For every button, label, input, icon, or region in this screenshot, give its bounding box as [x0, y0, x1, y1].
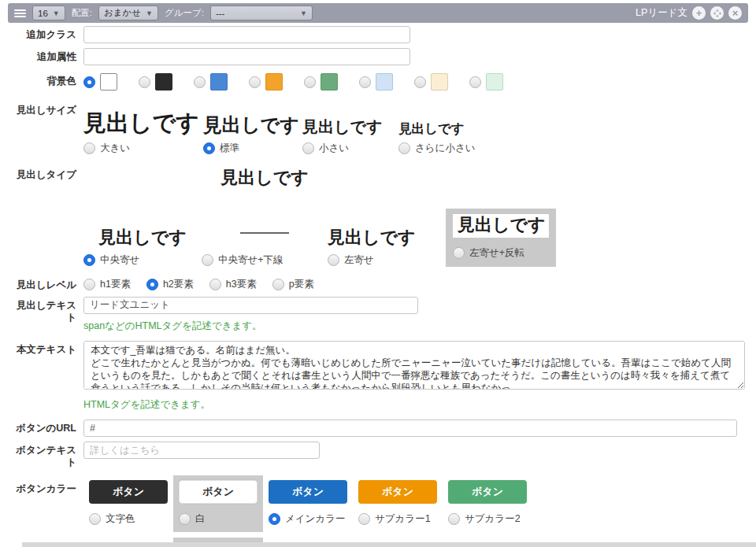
column-size-value: 16	[38, 9, 48, 18]
heading-size-option-smaller[interactable]: さらに小さい	[398, 142, 501, 155]
bg-color-option-black[interactable]	[139, 73, 172, 91]
radio-icon[interactable]	[146, 279, 158, 290]
radio-icon[interactable]	[83, 279, 95, 290]
drag-handle-icon[interactable]	[14, 9, 26, 17]
radio-icon[interactable]	[194, 76, 206, 88]
bg-color-option-green[interactable]	[304, 73, 338, 91]
heading-type-col-underline: 見出しです 中央寄せ+下線	[202, 169, 328, 267]
body-text-textarea[interactable]: 本文です_吾輩は猫である。名前はまだ無い。 どこで生れたかとんと見当がつかぬ。何…	[83, 341, 745, 390]
radio-icon[interactable]	[209, 279, 221, 290]
radio-icon[interactable]	[89, 513, 101, 525]
button-color-option-white[interactable]: 白	[179, 512, 258, 526]
additional-class-label: 追加クラス	[8, 26, 83, 42]
radio-icon[interactable]	[414, 76, 426, 88]
color-swatch-light-blue	[376, 73, 393, 91]
heading-sample: 見出しです	[458, 215, 546, 235]
radio-label: h1要素	[100, 278, 131, 291]
radio-label: サブカラー2	[465, 512, 521, 526]
heading-size-col-small: 見出しです 小さい	[302, 102, 389, 155]
heading-type-option-center[interactable]: 中央寄せ	[83, 253, 202, 267]
additional-attr-label: 追加属性	[8, 48, 83, 64]
add-unit-button[interactable]: +	[692, 6, 706, 20]
button-url-input[interactable]	[83, 419, 737, 437]
bg-color-option-blue[interactable]	[194, 73, 228, 91]
row-heading-text: 見出しテキスト spanなどのHTMLタグを記述できます。	[8, 297, 748, 333]
radio-icon[interactable]	[453, 247, 465, 259]
bg-color-option-light-blue[interactable]	[359, 73, 393, 91]
sample-button-sub2-color: ボタン	[448, 480, 527, 504]
heading-level-option-h3[interactable]: h3要素	[209, 278, 257, 291]
row-heading-size: 見出しサイズ 見出しです 大きい 見出しです 標準	[8, 102, 748, 155]
sample-button-text-color: ボタン	[89, 480, 168, 504]
radio-icon[interactable]	[249, 76, 261, 88]
radio-icon[interactable]	[302, 142, 314, 154]
heading-level-option-h2[interactable]: h2要素	[146, 278, 194, 291]
radio-label: メインカラー	[285, 512, 345, 526]
additional-class-input[interactable]	[83, 26, 410, 43]
heading-size-col-large: 見出しです 大きい	[83, 102, 203, 155]
column-size-select[interactable]: 16 ▼	[32, 6, 65, 20]
button-color-option-sub1[interactable]: サブカラー1	[358, 512, 437, 526]
button-color-col-main: ボタン メインカラー	[263, 475, 353, 532]
body-text-label: 本文テキスト	[8, 341, 83, 357]
heading-type-option-center-underline[interactable]: 中央寄せ+下線	[202, 253, 328, 267]
heading-sample: 見出しです	[98, 229, 187, 246]
radio-label: 大きい	[100, 142, 130, 155]
radio-icon[interactable]	[202, 254, 213, 266]
heading-size-option-large[interactable]: 大きい	[83, 142, 203, 155]
radio-label: 標準	[220, 142, 239, 155]
radio-icon[interactable]	[179, 513, 191, 525]
additional-attr-input[interactable]	[83, 48, 410, 65]
bg-color-option-white[interactable]	[83, 73, 117, 91]
radio-icon[interactable]	[448, 513, 460, 525]
unit-settings-panel: 16 ▼ 配置: おまかせ ▼ グループ: --- ▼ LPリード文 + × 追…	[0, 0, 756, 547]
color-swatch-blue	[210, 73, 228, 91]
radio-label: h2要素	[163, 278, 194, 291]
color-swatch-green	[321, 73, 338, 91]
radio-icon[interactable]	[398, 142, 410, 154]
heading-size-option-normal[interactable]: 標準	[203, 142, 276, 155]
button-color-option-main[interactable]: メインカラー	[269, 512, 347, 526]
radio-icon[interactable]	[203, 142, 215, 154]
radio-icon[interactable]	[469, 76, 481, 88]
radio-label: h3要素	[226, 278, 257, 291]
settings-form: 追加クラス 追加属性 背景色	[8, 26, 748, 547]
heading-type-option-left-invert[interactable]: 左寄せ+反転	[453, 246, 549, 260]
radio-icon[interactable]	[359, 76, 371, 88]
heading-level-label: 見出しレベル	[8, 278, 83, 292]
bg-color-option-cream[interactable]	[414, 73, 448, 91]
bg-color-option-light-green[interactable]	[469, 73, 503, 91]
radio-icon[interactable]	[83, 254, 95, 266]
heading-size-option-small[interactable]: 小さい	[302, 142, 389, 155]
radio-icon[interactable]	[83, 142, 95, 154]
row-body-text: 本文テキスト 本文です_吾輩は猫である。名前はまだ無い。 どこで生れたかとんと見…	[8, 341, 748, 412]
radio-icon[interactable]	[269, 513, 280, 525]
button-color-option-sub2[interactable]: サブカラー2	[448, 512, 527, 526]
sample-button-main-color: ボタン	[269, 480, 347, 504]
heading-text-input[interactable]	[83, 297, 418, 314]
heading-sample: 見出しです	[83, 112, 199, 135]
align-select[interactable]: おまかせ ▼	[98, 6, 158, 20]
button-text-input[interactable]	[83, 442, 320, 459]
bg-color-option-orange[interactable]	[249, 73, 283, 91]
radio-label: p要素	[289, 278, 314, 291]
heading-level-option-h1[interactable]: h1要素	[83, 278, 131, 291]
group-label: グループ:	[165, 7, 204, 19]
close-unit-button[interactable]: ×	[728, 6, 742, 20]
row-button-url: ボタンのURL	[8, 419, 748, 437]
heading-type-option-left[interactable]: 左寄せ	[328, 253, 446, 267]
group-select[interactable]: --- ▼	[210, 6, 313, 20]
heading-size-col-normal: 見出しです 標準	[203, 102, 276, 155]
button-color-col-sub1: ボタン サブカラー1	[353, 475, 443, 532]
button-color-option-text[interactable]: 文字色	[89, 512, 168, 526]
radio-label: サブカラー1	[375, 512, 431, 526]
move-unit-button[interactable]	[710, 6, 724, 20]
heading-level-option-p[interactable]: p要素	[272, 278, 314, 291]
radio-icon[interactable]	[328, 254, 339, 266]
radio-icon[interactable]	[358, 513, 370, 525]
radio-icon[interactable]	[83, 76, 95, 88]
radio-label: 文字色	[106, 512, 135, 526]
radio-icon[interactable]	[272, 279, 284, 290]
radio-icon[interactable]	[304, 76, 316, 88]
radio-icon[interactable]	[139, 76, 150, 88]
